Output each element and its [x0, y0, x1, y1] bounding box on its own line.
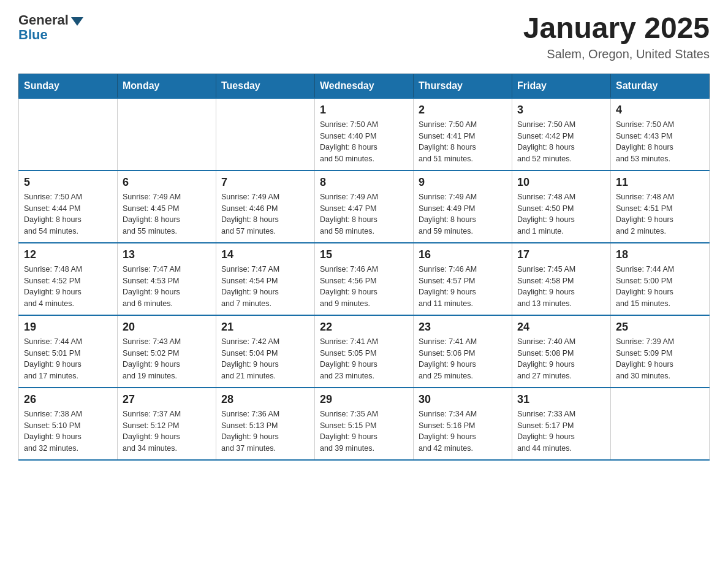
day-info: Sunrise: 7:46 AMSunset: 4:56 PMDaylight:… [320, 264, 408, 310]
calendar-cell [19, 98, 118, 170]
day-number: 10 [517, 176, 605, 189]
day-info: Sunrise: 7:42 AMSunset: 5:04 PMDaylight:… [221, 336, 309, 382]
day-info: Sunrise: 7:50 AMSunset: 4:42 PMDaylight:… [517, 119, 605, 165]
day-info: Sunrise: 7:35 AMSunset: 5:15 PMDaylight:… [320, 408, 408, 454]
calendar-week-row: 5Sunrise: 7:50 AMSunset: 4:44 PMDaylight… [19, 170, 710, 243]
calendar-week-row: 1Sunrise: 7:50 AMSunset: 4:40 PMDaylight… [19, 98, 710, 170]
calendar-cell: 25Sunrise: 7:39 AMSunset: 5:09 PMDayligh… [611, 315, 710, 388]
column-header-thursday: Thursday [414, 74, 512, 98]
calendar-cell: 3Sunrise: 7:50 AMSunset: 4:42 PMDaylight… [512, 98, 611, 170]
location-text: Salem, Oregon, United States [523, 47, 710, 61]
day-info: Sunrise: 7:49 AMSunset: 4:46 PMDaylight:… [221, 191, 309, 237]
day-number: 1 [320, 104, 408, 117]
day-number: 26 [24, 393, 112, 406]
day-number: 2 [419, 104, 507, 117]
day-number: 11 [616, 176, 704, 189]
calendar-cell: 6Sunrise: 7:49 AMSunset: 4:45 PMDaylight… [118, 170, 216, 243]
day-number: 29 [320, 393, 408, 406]
day-number: 8 [320, 176, 408, 189]
day-info: Sunrise: 7:40 AMSunset: 5:08 PMDaylight:… [517, 336, 605, 382]
calendar-cell: 15Sunrise: 7:46 AMSunset: 4:56 PMDayligh… [315, 243, 414, 315]
day-info: Sunrise: 7:45 AMSunset: 4:58 PMDaylight:… [517, 264, 605, 310]
calendar-cell: 18Sunrise: 7:44 AMSunset: 5:00 PMDayligh… [611, 243, 710, 315]
day-number: 24 [517, 321, 605, 334]
day-info: Sunrise: 7:34 AMSunset: 5:16 PMDaylight:… [419, 408, 507, 454]
column-header-wednesday: Wednesday [315, 74, 414, 98]
day-info: Sunrise: 7:50 AMSunset: 4:40 PMDaylight:… [320, 119, 408, 165]
day-info: Sunrise: 7:38 AMSunset: 5:10 PMDaylight:… [24, 408, 112, 454]
calendar-cell: 5Sunrise: 7:50 AMSunset: 4:44 PMDaylight… [19, 170, 118, 243]
day-info: Sunrise: 7:44 AMSunset: 5:01 PMDaylight:… [24, 336, 112, 382]
calendar-cell: 31Sunrise: 7:33 AMSunset: 5:17 PMDayligh… [512, 388, 611, 460]
calendar-cell: 7Sunrise: 7:49 AMSunset: 4:46 PMDaylight… [216, 170, 315, 243]
day-info: Sunrise: 7:33 AMSunset: 5:17 PMDaylight:… [517, 408, 605, 454]
day-number: 12 [24, 248, 112, 261]
page-header: General Blue January 2025 Salem, Oregon,… [18, 12, 710, 61]
day-number: 13 [123, 248, 211, 261]
calendar-cell: 22Sunrise: 7:41 AMSunset: 5:05 PMDayligh… [315, 315, 414, 388]
day-info: Sunrise: 7:37 AMSunset: 5:12 PMDaylight:… [123, 408, 211, 454]
day-info: Sunrise: 7:50 AMSunset: 4:41 PMDaylight:… [419, 119, 507, 165]
calendar-cell: 8Sunrise: 7:49 AMSunset: 4:47 PMDaylight… [315, 170, 414, 243]
calendar-cell: 17Sunrise: 7:45 AMSunset: 4:58 PMDayligh… [512, 243, 611, 315]
day-number: 25 [616, 321, 704, 334]
calendar-cell: 1Sunrise: 7:50 AMSunset: 4:40 PMDaylight… [315, 98, 414, 170]
day-info: Sunrise: 7:48 AMSunset: 4:50 PMDaylight:… [517, 191, 605, 237]
calendar-cell: 10Sunrise: 7:48 AMSunset: 4:50 PMDayligh… [512, 170, 611, 243]
day-info: Sunrise: 7:48 AMSunset: 4:52 PMDaylight:… [24, 264, 112, 310]
day-number: 22 [320, 321, 408, 334]
calendar-cell: 14Sunrise: 7:47 AMSunset: 4:54 PMDayligh… [216, 243, 315, 315]
calendar-cell: 19Sunrise: 7:44 AMSunset: 5:01 PMDayligh… [19, 315, 118, 388]
calendar-cell: 4Sunrise: 7:50 AMSunset: 4:43 PMDaylight… [611, 98, 710, 170]
month-title: January 2025 [523, 12, 710, 45]
column-header-monday: Monday [118, 74, 216, 98]
day-info: Sunrise: 7:47 AMSunset: 4:54 PMDaylight:… [221, 264, 309, 310]
day-number: 4 [616, 104, 704, 117]
column-header-saturday: Saturday [611, 74, 710, 98]
day-number: 18 [616, 248, 704, 261]
day-number: 6 [123, 176, 211, 189]
day-number: 7 [221, 176, 309, 189]
day-number: 16 [419, 248, 507, 261]
day-number: 20 [123, 321, 211, 334]
day-info: Sunrise: 7:41 AMSunset: 5:05 PMDaylight:… [320, 336, 408, 382]
day-info: Sunrise: 7:47 AMSunset: 4:53 PMDaylight:… [123, 264, 211, 310]
calendar-week-row: 26Sunrise: 7:38 AMSunset: 5:10 PMDayligh… [19, 388, 710, 460]
day-number: 21 [221, 321, 309, 334]
day-info: Sunrise: 7:48 AMSunset: 4:51 PMDaylight:… [616, 191, 704, 237]
logo-arrow-icon [71, 17, 83, 26]
day-info: Sunrise: 7:49 AMSunset: 4:45 PMDaylight:… [123, 191, 211, 237]
day-info: Sunrise: 7:43 AMSunset: 5:02 PMDaylight:… [123, 336, 211, 382]
calendar-cell: 11Sunrise: 7:48 AMSunset: 4:51 PMDayligh… [611, 170, 710, 243]
calendar-cell: 23Sunrise: 7:41 AMSunset: 5:06 PMDayligh… [414, 315, 512, 388]
day-number: 31 [517, 393, 605, 406]
day-number: 28 [221, 393, 309, 406]
calendar-cell [118, 98, 216, 170]
calendar-week-row: 12Sunrise: 7:48 AMSunset: 4:52 PMDayligh… [19, 243, 710, 315]
logo: General Blue [18, 12, 83, 43]
day-info: Sunrise: 7:41 AMSunset: 5:06 PMDaylight:… [419, 336, 507, 382]
calendar-cell [611, 388, 710, 460]
day-number: 15 [320, 248, 408, 261]
calendar-cell: 30Sunrise: 7:34 AMSunset: 5:16 PMDayligh… [414, 388, 512, 460]
day-info: Sunrise: 7:49 AMSunset: 4:47 PMDaylight:… [320, 191, 408, 237]
calendar-cell: 16Sunrise: 7:46 AMSunset: 4:57 PMDayligh… [414, 243, 512, 315]
day-number: 23 [419, 321, 507, 334]
logo-general-text: General [18, 12, 69, 28]
calendar-cell: 26Sunrise: 7:38 AMSunset: 5:10 PMDayligh… [19, 388, 118, 460]
calendar-cell: 29Sunrise: 7:35 AMSunset: 5:15 PMDayligh… [315, 388, 414, 460]
day-info: Sunrise: 7:44 AMSunset: 5:00 PMDaylight:… [616, 264, 704, 310]
day-number: 27 [123, 393, 211, 406]
calendar-cell: 28Sunrise: 7:36 AMSunset: 5:13 PMDayligh… [216, 388, 315, 460]
day-number: 17 [517, 248, 605, 261]
day-number: 9 [419, 176, 507, 189]
calendar-cell: 2Sunrise: 7:50 AMSunset: 4:41 PMDaylight… [414, 98, 512, 170]
logo-blue-text: Blue [18, 27, 48, 43]
calendar-header-row: SundayMondayTuesdayWednesdayThursdayFrid… [19, 74, 710, 98]
column-header-sunday: Sunday [19, 74, 118, 98]
day-info: Sunrise: 7:50 AMSunset: 4:43 PMDaylight:… [616, 119, 704, 165]
calendar-cell: 21Sunrise: 7:42 AMSunset: 5:04 PMDayligh… [216, 315, 315, 388]
calendar-table: SundayMondayTuesdayWednesdayThursdayFrid… [18, 74, 710, 461]
calendar-week-row: 19Sunrise: 7:44 AMSunset: 5:01 PMDayligh… [19, 315, 710, 388]
calendar-cell: 24Sunrise: 7:40 AMSunset: 5:08 PMDayligh… [512, 315, 611, 388]
